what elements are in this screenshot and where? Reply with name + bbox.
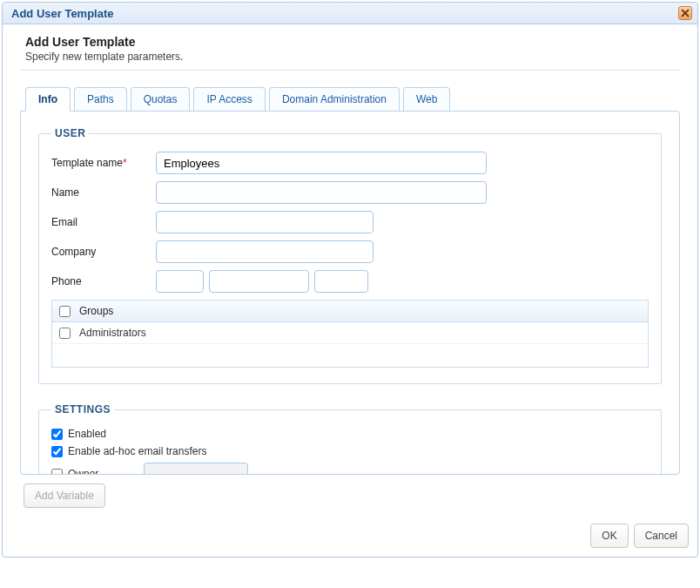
- tab-paths[interactable]: Paths: [74, 87, 127, 112]
- dialog-footer: OK Cancel: [3, 517, 697, 557]
- company-input[interactable]: [156, 240, 374, 263]
- page-subtitle: Specify new template parameters.: [25, 51, 675, 63]
- tab-ip-access[interactable]: IP Access: [193, 87, 265, 112]
- row-template-name: Template name*: [51, 152, 649, 174]
- company-label: Company: [51, 246, 156, 258]
- phone-input-2[interactable]: [209, 270, 309, 293]
- below-panel: Add Variable: [20, 475, 680, 510]
- tab-panel: USER Template name* Name Email C: [20, 111, 680, 475]
- owner-select[interactable]: ⌄: [144, 463, 248, 474]
- groups-header-checkbox[interactable]: [59, 306, 71, 317]
- close-button[interactable]: [678, 6, 692, 20]
- group-row-checkbox[interactable]: [59, 328, 71, 339]
- row-email: Email: [51, 211, 649, 233]
- tab-domain-administration[interactable]: Domain Administration: [269, 87, 400, 112]
- tab-info[interactable]: Info: [25, 87, 71, 112]
- adhoc-checkbox[interactable]: [51, 446, 63, 457]
- name-input[interactable]: [156, 181, 487, 204]
- page-title: Add User Template: [25, 35, 675, 49]
- enabled-checkbox[interactable]: [51, 429, 63, 440]
- ok-button[interactable]: OK: [590, 524, 628, 548]
- required-star: *: [123, 157, 127, 169]
- header-block: Add User Template Specify new template p…: [20, 35, 680, 71]
- row-enabled: Enabled: [51, 428, 649, 440]
- dialog-body: Add User Template Specify new template p…: [3, 24, 697, 517]
- row-company: Company: [51, 240, 649, 263]
- phone-input-1[interactable]: [156, 270, 204, 293]
- scroll-area[interactable]: USER Template name* Name Email C: [21, 112, 679, 474]
- template-name-label: Template name*: [51, 157, 156, 169]
- row-name: Name: [51, 181, 649, 204]
- settings-legend: SETTINGS: [51, 403, 114, 416]
- user-legend: USER: [51, 127, 89, 139]
- window-title: Add User Template: [11, 7, 114, 20]
- cancel-button[interactable]: Cancel: [634, 524, 689, 548]
- adhoc-label: Enable ad-hoc email transfers: [68, 445, 206, 457]
- chevron-down-icon: ⌄: [235, 470, 242, 475]
- groups-table: Groups Administrators: [51, 300, 649, 368]
- name-label: Name: [51, 186, 156, 199]
- add-user-template-dialog: Add User Template Add User Template Spec…: [2, 2, 698, 558]
- enabled-label: Enabled: [68, 428, 106, 440]
- phone-input-3[interactable]: [314, 270, 368, 293]
- tab-web[interactable]: Web: [403, 87, 450, 112]
- email-label: Email: [51, 216, 156, 228]
- email-input[interactable]: [156, 211, 374, 233]
- tab-quotas[interactable]: Quotas: [131, 87, 191, 112]
- tab-bar: Info Paths Quotas IP Access Domain Admin…: [20, 86, 680, 111]
- table-filler: [52, 344, 648, 367]
- groups-header-row: Groups: [52, 301, 648, 322]
- user-fieldset: USER Template name* Name Email C: [38, 127, 662, 384]
- add-variable-button[interactable]: Add Variable: [24, 483, 105, 508]
- phone-label: Phone: [51, 275, 156, 287]
- settings-fieldset: SETTINGS Enabled Enable ad-hoc email tra…: [38, 403, 662, 474]
- row-owner: Owner ⌄: [51, 463, 649, 474]
- phone-group: [156, 270, 368, 293]
- groups-header-label: Groups: [79, 305, 113, 317]
- row-phone: Phone: [51, 270, 649, 293]
- owner-checkbox[interactable]: [51, 469, 63, 475]
- row-adhoc: Enable ad-hoc email transfers: [51, 445, 649, 457]
- template-name-input[interactable]: [156, 152, 487, 174]
- owner-label: Owner: [68, 468, 98, 474]
- titlebar: Add User Template: [3, 3, 697, 24]
- table-row[interactable]: Administrators: [52, 322, 648, 344]
- group-row-label: Administrators: [79, 327, 146, 339]
- close-icon: [681, 9, 690, 17]
